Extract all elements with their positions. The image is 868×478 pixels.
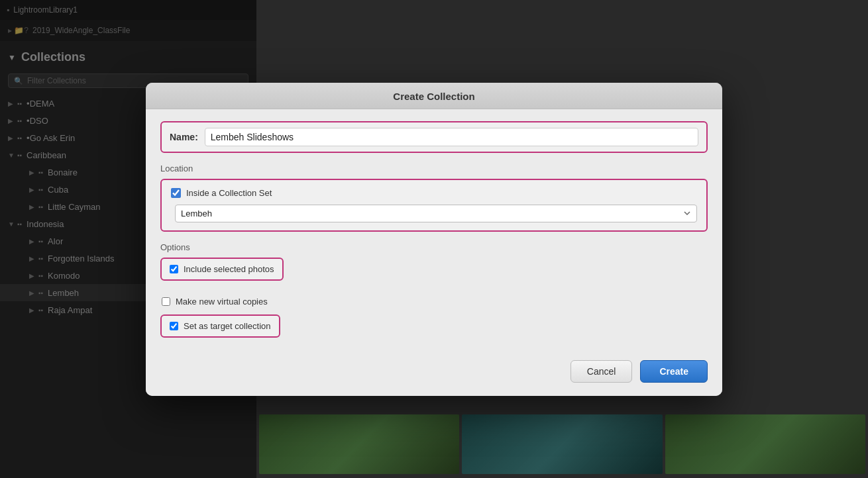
options-box: Include selected photos Make new virtual… xyxy=(160,258,708,344)
set-target-checkbox[interactable] xyxy=(170,322,178,330)
name-label: Name: xyxy=(170,132,198,142)
name-input[interactable] xyxy=(205,128,698,146)
include-photos-option: Include selected photos xyxy=(160,258,284,281)
inside-collection-set-label[interactable]: Inside a Collection Set xyxy=(186,188,272,198)
set-target-option: Set as target collection xyxy=(160,314,280,338)
include-photos-label[interactable]: Include selected photos xyxy=(184,264,274,274)
create-collection-dialog: Create Collection Name: Location Inside … xyxy=(146,83,722,396)
modal-body: Name: Location Inside a Collection Set L… xyxy=(146,109,722,396)
location-box: Inside a Collection Set LembehCaribbeanI… xyxy=(160,179,708,232)
location-label: Location xyxy=(160,164,708,173)
button-row: Cancel Create xyxy=(160,358,708,383)
modal-overlay: Create Collection Name: Location Inside … xyxy=(0,0,868,478)
virtual-copies-checkbox[interactable] xyxy=(162,297,170,306)
set-target-label[interactable]: Set as target collection xyxy=(184,321,271,331)
create-button[interactable]: Create xyxy=(640,360,708,383)
virtual-copies-option: Make new virtual copies xyxy=(160,294,708,309)
name-row: Name: xyxy=(160,121,708,153)
collection-set-select-row: LembehCaribbeanIndonesiaRoot xyxy=(171,205,697,222)
virtual-copies-label[interactable]: Make new virtual copies xyxy=(176,297,268,307)
cancel-button[interactable]: Cancel xyxy=(570,360,633,383)
collection-set-select[interactable]: LembehCaribbeanIndonesiaRoot xyxy=(175,205,697,222)
include-photos-checkbox[interactable] xyxy=(170,265,178,273)
inside-collection-set-row: Inside a Collection Set xyxy=(171,188,697,198)
modal-title: Create Collection xyxy=(146,83,722,109)
inside-collection-set-checkbox[interactable] xyxy=(171,188,181,198)
options-label: Options xyxy=(160,242,708,252)
